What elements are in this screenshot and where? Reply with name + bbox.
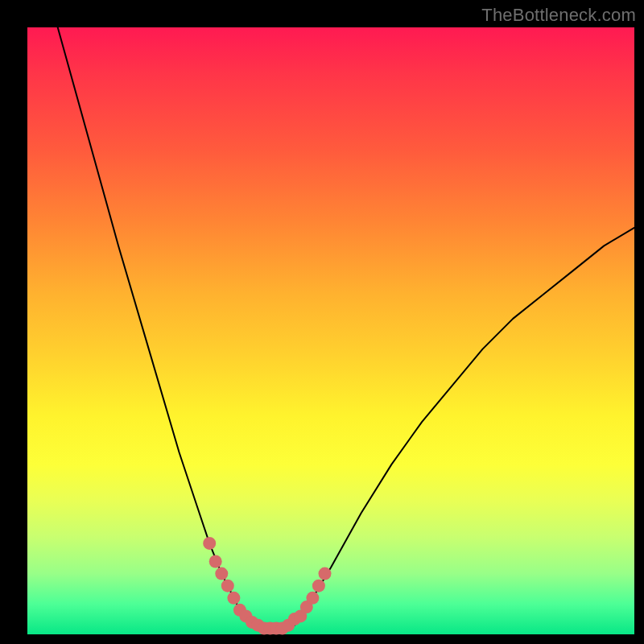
curve-markers: [203, 537, 331, 635]
curve-marker: [215, 568, 228, 580]
attribution-text: TheBottleneck.com: [481, 5, 636, 26]
bottleneck-curve: [58, 27, 634, 629]
plot-area: [27, 27, 634, 634]
curve-marker: [319, 568, 332, 580]
curve-marker: [306, 592, 319, 605]
curve-marker: [209, 555, 222, 568]
curve-marker: [312, 580, 325, 592]
curve-marker: [203, 537, 216, 550]
curve-marker: [221, 580, 234, 592]
chart-stage: TheBottleneck.com: [0, 0, 644, 644]
curve-marker: [227, 592, 240, 605]
chart-svg: [27, 27, 634, 634]
